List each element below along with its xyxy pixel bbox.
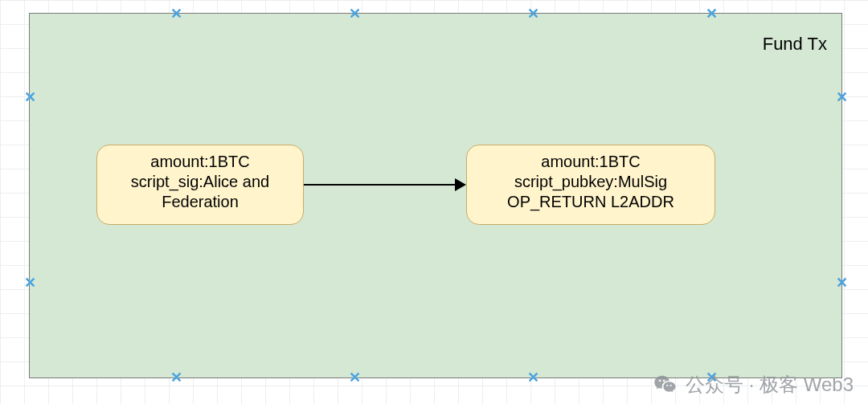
node-text-line: OP_RETURN L2ADDR <box>483 192 698 212</box>
tx-output-node[interactable]: amount:1BTC script_pubkey:MulSig OP_RETU… <box>466 145 715 225</box>
node-text-line: script_pubkey:MulSig <box>483 172 698 192</box>
diagram-canvas[interactable]: Fund Tx amount:1BTC script_sig:Alice and… <box>0 0 868 404</box>
selection-handle[interactable] <box>349 372 360 383</box>
selection-handle[interactable] <box>24 92 35 103</box>
node-text-line: Federation <box>113 192 287 212</box>
selection-handle[interactable] <box>527 372 538 383</box>
arrow-line <box>304 184 457 186</box>
selection-handle[interactable] <box>836 92 847 103</box>
selection-handle[interactable] <box>170 372 182 383</box>
arrow-input-to-output[interactable] <box>304 183 466 186</box>
selection-handle[interactable] <box>24 277 35 288</box>
selection-handle[interactable] <box>836 277 847 288</box>
wechat-icon <box>653 373 678 397</box>
node-text-line: script_sig:Alice and <box>113 172 287 192</box>
tx-input-node[interactable]: amount:1BTC script_sig:Alice and Federat… <box>96 145 304 225</box>
watermark-text: 公众号 · 极客 Web3 <box>686 372 854 398</box>
arrow-head-icon <box>455 178 466 191</box>
selection-handle[interactable] <box>706 8 717 19</box>
selection-handle[interactable] <box>349 8 360 19</box>
selection-handle[interactable] <box>170 8 182 19</box>
selection-handle[interactable] <box>527 8 538 19</box>
node-text-line: amount:1BTC <box>113 152 287 172</box>
node-text-line: amount:1BTC <box>483 152 698 172</box>
container-title: Fund Tx <box>763 34 827 55</box>
watermark: 公众号 · 极客 Web3 <box>653 372 854 398</box>
